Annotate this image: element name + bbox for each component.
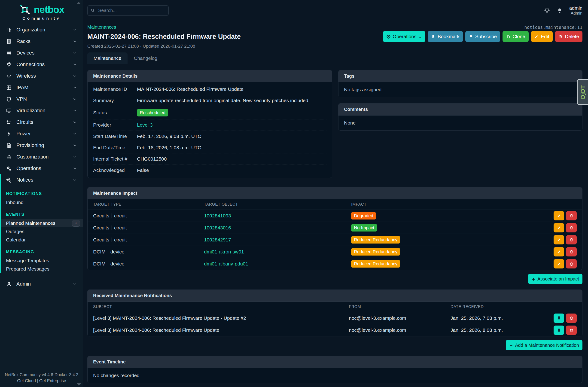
delete-impact-button[interactable] xyxy=(566,211,577,220)
edit-button[interactable]: Edit xyxy=(531,31,553,42)
edit-impact-button[interactable] xyxy=(554,223,564,233)
search-icon xyxy=(90,8,95,13)
event-timeline-card: Event Timeline No changes recorded xyxy=(87,356,583,383)
get-enterprise-link[interactable]: Get Enterprise xyxy=(39,378,66,383)
edit-impact-button[interactable] xyxy=(554,235,564,244)
sidebar-item-virtualization[interactable]: Virtualization xyxy=(0,105,83,116)
delete-impact-button[interactable] xyxy=(566,247,577,257)
edit-impact-button[interactable] xyxy=(554,247,564,257)
search-input[interactable] xyxy=(87,5,169,16)
username: admin xyxy=(569,5,583,11)
view-notification-button[interactable] xyxy=(554,314,564,323)
delete-notification-button[interactable] xyxy=(566,314,577,323)
sidebar-item-organization[interactable]: Organization xyxy=(0,24,83,36)
sidebar-item-outages[interactable]: Outages xyxy=(1,227,83,236)
sidebar-item-circuits[interactable]: Circuits xyxy=(0,116,83,128)
sidebar: netbox Community Organization Racks Devi… xyxy=(0,0,83,387)
sidebar-item-provisioning[interactable]: Provisioning xyxy=(0,140,83,151)
trash-icon xyxy=(569,237,574,242)
netbox-logo[interactable]: netbox xyxy=(0,0,83,16)
edit-impact-button[interactable] xyxy=(554,259,564,268)
maintenance-impact-card: Maintenance Impact TARGET TYPE TARGET OB… xyxy=(87,187,583,270)
impact-row: DCIMdevice dmi01-akron-sw01 Reduced Redu… xyxy=(87,246,582,258)
operations-button[interactable]: Operations xyxy=(383,31,426,42)
sidebar-item-message-templates[interactable]: Message Templates xyxy=(1,257,83,265)
grid-icon xyxy=(6,85,12,90)
notification-row: [Level 3] MAINT-2024-006: Rescheduled Fi… xyxy=(87,324,582,336)
target-object-link[interactable]: dmi01-albany-pdu01 xyxy=(204,261,351,267)
sidebar-scroll-up-icon[interactable] xyxy=(77,2,81,4)
breadcrumb[interactable]: Maintenances xyxy=(87,24,116,30)
sidebar-item-vpn[interactable]: VPN xyxy=(0,93,83,105)
add-notification-button[interactable]: Add a Maintenance Notification xyxy=(506,340,583,350)
sidebar-item-customization[interactable]: Customization xyxy=(0,151,83,163)
bolt-icon xyxy=(6,131,12,137)
gears-icon xyxy=(6,166,12,172)
theme-toggle-bulb-icon[interactable] xyxy=(544,7,550,14)
notifications-bell-icon[interactable] xyxy=(557,7,563,14)
sidebar-item-ipam[interactable]: IPAM xyxy=(0,82,83,93)
associate-impact-button[interactable]: Associate an Impact xyxy=(528,274,583,284)
sidebar-item-power[interactable]: Power xyxy=(0,128,83,140)
chevron-down-icon xyxy=(73,143,77,148)
card-title: Maintenance Details xyxy=(87,70,332,82)
gear-icon xyxy=(386,34,391,39)
chevron-down-icon xyxy=(73,97,77,101)
detail-row: SummaryFirmware update rescheduled from … xyxy=(93,95,326,106)
card-title: Maintenance Impact xyxy=(87,187,582,199)
copy-icon xyxy=(506,34,510,39)
sidebar-item-wireless[interactable]: Wireless xyxy=(0,70,83,82)
tags-empty-text: No tags assigned xyxy=(338,82,582,97)
edit-impact-button[interactable] xyxy=(554,211,564,220)
target-object-link[interactable]: 1002841093 xyxy=(204,213,351,218)
chevron-down-icon xyxy=(73,178,77,182)
delete-notification-button[interactable] xyxy=(566,325,577,335)
pencil-icon xyxy=(557,250,561,254)
sidebar-group-notices: Notices NOTIFICATIONS Inbound EVENTS Pla… xyxy=(0,174,83,273)
clone-button[interactable]: Clone xyxy=(503,31,529,42)
pencil-icon xyxy=(534,34,539,39)
sidebar-item-prepared-messages[interactable]: Prepared Messages xyxy=(1,265,83,273)
user-menu[interactable]: admin Admin xyxy=(569,5,583,16)
target-object-link[interactable]: dmi01-akron-sw01 xyxy=(204,249,351,255)
sidebar-item-racks[interactable]: Racks xyxy=(0,36,83,47)
sidebar-item-notices[interactable]: Notices xyxy=(1,174,83,186)
shield-icon xyxy=(6,96,12,102)
tab-changelog[interactable]: Changelog xyxy=(127,52,164,64)
card-title: Event Timeline xyxy=(87,356,582,368)
sidebar-item-calendar[interactable]: Calendar xyxy=(1,236,83,244)
sidebar-item-inbound[interactable]: Inbound xyxy=(1,198,83,207)
add-planned-maintenance-button[interactable]: + xyxy=(72,220,80,227)
delete-impact-button[interactable] xyxy=(566,235,577,244)
bookmark-button[interactable]: Bookmark xyxy=(428,31,463,42)
tab-maintenance[interactable]: Maintenance xyxy=(87,52,127,64)
view-notification-button[interactable] xyxy=(554,325,564,335)
bookmark-file-icon xyxy=(557,316,561,320)
delete-impact-button[interactable] xyxy=(566,259,577,268)
sidebar-item-planned-maintenances[interactable]: Planned Maintenances + xyxy=(1,219,83,227)
sidebar-item-connections[interactable]: Connections xyxy=(0,59,83,70)
chevron-down-icon xyxy=(73,62,77,67)
detail-row: StatusRescheduled xyxy=(93,106,326,119)
card-title: Received Maintenance Notifications xyxy=(87,290,582,302)
delete-button[interactable]: Delete xyxy=(555,31,583,42)
page-content: Maintenances notices.maintenance:11 MAIN… xyxy=(83,21,588,387)
provider-link[interactable]: Level 3 xyxy=(137,122,153,128)
trash-icon xyxy=(569,262,574,266)
subscribe-button[interactable]: Subscribe xyxy=(465,31,500,42)
target-object-link[interactable]: 1002843016 xyxy=(204,225,351,231)
target-object-link[interactable]: 1002842917 xyxy=(204,237,351,243)
chevron-down-icon xyxy=(73,154,77,159)
sidebar-item-operations[interactable]: Operations xyxy=(0,163,83,174)
tab-bar: Maintenance Changelog xyxy=(87,52,583,64)
sidebar-scroll-down-icon[interactable] xyxy=(77,383,81,386)
sidebar-item-admin[interactable]: Admin xyxy=(0,278,83,290)
bookmark-icon xyxy=(431,34,436,39)
delete-impact-button[interactable] xyxy=(566,223,577,233)
get-cloud-link[interactable]: Get Cloud xyxy=(17,378,36,383)
impact-badge: Reduced Redundancy xyxy=(351,248,400,256)
djdt-handle[interactable]: DjDT xyxy=(577,79,588,105)
detail-row: AcknowledgedFalse xyxy=(93,165,326,176)
trash-icon xyxy=(569,214,574,218)
sidebar-item-devices[interactable]: Devices xyxy=(0,47,83,59)
